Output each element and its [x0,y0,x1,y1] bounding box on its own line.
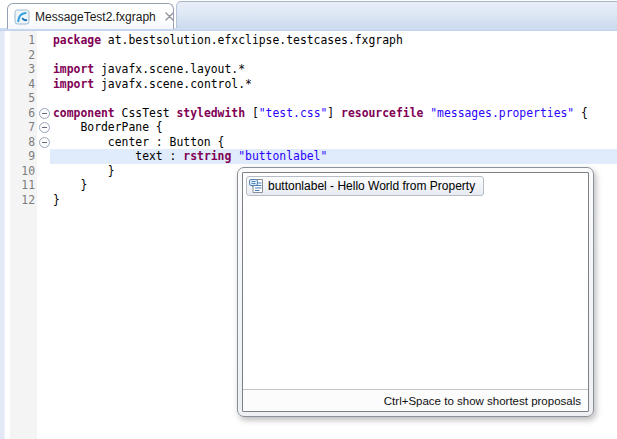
properties-key-icon [249,178,265,194]
fold-collapse-icon[interactable] [39,108,50,119]
code-line: BorderPane { [53,120,163,135]
line-number: 10 [10,164,35,179]
close-icon[interactable] [165,12,174,21]
proposal-status-text: Ctrl+Space to show shortest proposals [384,395,581,407]
tab-messagetest2-fxgraph[interactable]: MessageTest2.fxgraph [7,3,174,29]
code-line: text : rstring "buttonlabel" [53,149,327,164]
tab-title: MessageTest2.fxgraph [35,10,156,24]
code-line: package at.bestsolution.efxclipse.testca… [53,33,403,48]
code-line: } [53,193,60,208]
line-number: 9 [10,149,35,164]
fxgraph-file-icon [14,9,30,25]
line-number: 6 [10,106,35,121]
line-number: 8 [10,135,35,150]
content-assist-popup: buttonlabel - Hello World from Property … [237,167,594,417]
content-assist-panel: buttonlabel - Hello World from Property … [242,172,589,412]
proposal-label: buttonlabel - Hello World from Property [268,179,475,193]
line-number: 12 [10,193,35,208]
line-number: 3 [10,62,35,77]
line-number: 2 [10,48,35,63]
code-line: } [53,164,115,179]
tab-bar-background [176,1,617,29]
line-number: 11 [10,178,35,193]
line-number: 5 [10,91,35,106]
code-line: } [53,178,87,193]
fold-collapse-icon[interactable] [39,137,50,148]
editor-tab-bar: MessageTest2.fxgraph [0,0,617,31]
fold-collapse-icon[interactable] [39,122,50,133]
line-number: 4 [10,77,35,92]
line-number: 1 [10,33,35,48]
code-line: import javafx.scene.layout.* [53,62,245,77]
code-line: import javafx.scene.control.* [53,77,252,92]
code-line: center : Button { [53,135,224,150]
code-line: component CssTest styledwith ["test.css"… [53,106,588,121]
proposal-item[interactable]: buttonlabel - Hello World from Property [246,176,484,196]
line-number: 7 [10,120,35,135]
proposal-list: buttonlabel - Hello World from Property [243,173,588,389]
proposal-status-bar: Ctrl+Space to show shortest proposals [243,389,588,411]
